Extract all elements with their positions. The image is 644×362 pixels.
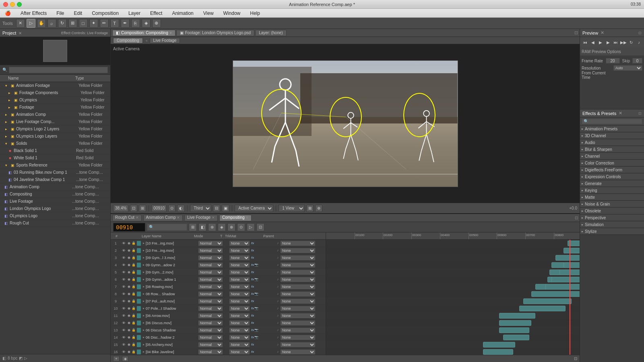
layer-trkmat[interactable]: None Alpha Luma [229,327,251,333]
layer-label-color[interactable] [137,241,141,246]
parent-select[interactable]: None [280,255,316,261]
layer-lock[interactable]: 🔒 [131,321,136,325]
audio-btn[interactable]: ♪ [636,39,642,46]
layer-parent[interactable]: None [280,298,316,304]
layer-expand[interactable]: ▸ [142,292,146,296]
layer-solo[interactable]: ◉ [126,314,131,317]
parent-select[interactable]: None [280,320,316,326]
effect-group-header[interactable]: ▸ Stylize [580,228,644,234]
menu-edit[interactable]: Edit [72,10,84,17]
parent-select[interactable]: None [280,284,316,290]
menu-animation[interactable]: Animation [170,10,195,17]
layer-solo[interactable]: ◉ [126,270,131,274]
layer-eye-toggle[interactable]: 👁 [121,350,126,354]
grid-button[interactable]: ⊞ [139,205,146,212]
layer-row[interactable]: 15 👁 ◉ 🔒 ▸ [05 Archery.mov] Normal Add M… [111,341,326,348]
layer-eye-toggle[interactable]: 👁 [121,241,126,245]
layer-eye-toggle[interactable]: 👁 [121,321,126,325]
timeline-bar[interactable] [545,284,580,290]
lock-view-btn[interactable]: ⊠ [306,205,314,212]
layer-lock[interactable]: 🔒 [131,285,136,288]
menu-file[interactable]: File [55,10,66,17]
layer-solo[interactable]: ◉ [126,321,131,325]
layer-solo[interactable]: ◉ [126,350,131,354]
mode-select[interactable]: Normal Add Multiply [198,262,223,268]
layer-trkmat[interactable]: None Alpha Luma [229,342,251,348]
fx-icon[interactable]: fx [251,270,254,274]
layer-trkmat[interactable]: None Alpha Luma [229,291,251,297]
layer-solo[interactable]: ◉ [126,263,131,267]
timeline-bar[interactable] [519,306,566,311]
layer-row[interactable]: 2 👁 ◉ 🔒 ▸ [10 Fre...ing.mov] Normal Add … [111,247,326,254]
fx-icon[interactable]: fx [251,278,254,281]
project-item[interactable]: ▸ ▣ Live Footage Comp... Yellow Folder [0,118,110,125]
layer-trkmat[interactable]: None Alpha Luma [229,255,251,261]
menu-apple[interactable]: 🍎 [3,10,12,17]
layer-eye-toggle[interactable]: 👁 [121,292,126,296]
fx-icon[interactable]: fx [251,350,254,354]
layer-solo[interactable]: ◉ [126,299,131,303]
layer-eye-toggle[interactable]: 👁 [121,299,126,303]
layer-lock[interactable]: 🔒 [131,335,136,339]
trkmat-select[interactable]: None Alpha Luma [229,349,250,355]
tab-close-icon[interactable]: ✕ [136,216,139,220]
layer-solo[interactable]: ◉ [126,285,131,288]
project-item[interactable]: ◧ London Olympics Logo ...tone Compositi… [0,205,110,212]
layer-audio[interactable]: ♪ [275,241,280,245]
layer-mode[interactable]: Normal Add Multiply [198,277,224,282]
layer-label-color[interactable] [137,299,141,304]
project-item[interactable]: ▸ ▣ OLympics Yellow Folder [0,97,110,104]
layer-eye-toggle[interactable]: 👁 [121,270,126,274]
layer-expand[interactable]: ▸ [142,299,146,303]
effect-group-header[interactable]: ▸ Simulation [580,221,644,228]
last-frame-btn[interactable]: ⏭ [613,39,619,46]
tool-close[interactable]: ✕ [16,19,25,28]
project-item[interactable]: ▸ ▣ Olympics Logo 2 Layers Yellow Folder [0,125,110,133]
layer-solo[interactable]: ◉ [126,241,131,245]
parent-select[interactable]: None [280,298,316,304]
parent-select[interactable]: None [280,335,316,340]
parent-select[interactable]: None [280,241,316,246]
project-item[interactable]: ◧ Animation Comp ...tone Composition [0,183,110,191]
skip-input[interactable] [632,58,642,64]
layer-trkmat[interactable]: None Alpha Luma [229,313,251,319]
timecode-display[interactable]: 00910 [113,223,145,232]
effects-search-input[interactable] [582,119,642,124]
trkmat-select[interactable]: None Alpha Luma [229,269,250,275]
project-item[interactable]: ▸ ▣ Footage Yellow Folder [0,104,110,111]
snap-btn[interactable]: ⊕ [315,205,322,212]
timeline-bar[interactable] [555,255,580,261]
fx-icon[interactable]: fx [251,285,254,288]
layer-eye-toggle[interactable]: 👁 [121,263,126,267]
layer-eye-toggle[interactable]: 👁 [121,285,126,289]
layer-label-color[interactable] [137,255,141,260]
trkmat-select[interactable]: None Alpha Luma [229,255,250,261]
layer-trkmat[interactable]: None Alpha Luma [229,269,251,275]
layer-audio[interactable]: ♪ [275,270,280,274]
layer-audio[interactable]: ♪ [275,350,280,354]
mode-select[interactable]: Normal Add Multiply [198,269,223,275]
fx-icon[interactable]: fx [251,241,254,245]
frame-display[interactable]: 00910 [151,205,167,212]
trkmat-select[interactable]: None Alpha Luma [229,306,250,311]
viewer-tab-compositing[interactable]: ◧ Composition: Compositing ▾ [112,30,175,36]
project-item[interactable]: ▸ ▣ Animation Comp Yellow Folder [0,111,110,118]
layer-expand[interactable]: ▸ [142,306,146,310]
timeline-bar[interactable] [499,313,535,319]
project-item[interactable]: ■ White Solid 1 Red Solid [0,154,110,162]
timeline-tab-livefootage[interactable]: Live Footage ✕ [184,215,218,221]
layer-parent[interactable]: None [280,291,316,297]
layer-row[interactable]: 16 👁 ◉ 🔒 ▸ [04 Bike Javeline] Normal Add… [111,348,326,355]
layer-row[interactable]: 11 👁 ◉ 🔒 ▸ [06 Arrow.mov] Normal Add Mul… [111,312,326,319]
tool-text[interactable]: T [110,19,119,28]
layer-parent[interactable]: None [280,284,316,290]
grid-overlay-btn[interactable]: ⊟ [213,205,220,212]
layer-row[interactable]: 8 👁 ◉ 🔒 ▸ 08 Row... Shadow Normal Add Mu… [111,290,326,298]
project-item[interactable]: ◧ OLympics Logo ...tone Composition [0,212,110,220]
layer-label-color[interactable] [137,306,141,311]
menu-composition[interactable]: Composition [90,10,120,17]
layer-mode[interactable]: Normal Add Multiply [198,342,224,348]
layer-audio[interactable]: ♪ [275,249,280,252]
layer-expand[interactable]: ▸ [142,249,146,252]
trkmat-select[interactable]: None Alpha Luma [229,342,250,348]
